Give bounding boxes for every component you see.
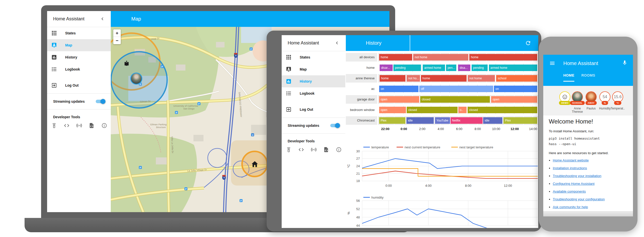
svg-text:P: P bbox=[250, 48, 252, 50]
tablet-sidebar: Home Assistant States Map History Logboo… bbox=[282, 35, 345, 228]
tablet-screen: History all devices homenot homehome hom… bbox=[282, 35, 538, 228]
sidebar-item-states[interactable]: States bbox=[47, 27, 111, 39]
timeline-segment[interactable]: pending bbox=[393, 65, 421, 71]
remote-icon[interactable] bbox=[51, 123, 57, 129]
humidity-chart: 56524844%humidity bbox=[346, 195, 538, 228]
chevron-left-icon[interactable] bbox=[100, 16, 105, 22]
developer-tools-row bbox=[47, 121, 111, 129]
timeline-segment[interactable]: closed bbox=[468, 107, 538, 113]
timeline-segment[interactable]: open bbox=[379, 96, 420, 103]
resource-link[interactable]: Installation instructions bbox=[553, 166, 587, 170]
entity-label: bedroom window bbox=[346, 106, 378, 114]
timeline-segment[interactable]: idle bbox=[483, 117, 503, 124]
streaming-toggle[interactable] bbox=[330, 124, 339, 127]
microphone-icon[interactable] bbox=[622, 60, 627, 66]
resource-link[interactable]: Available components bbox=[553, 190, 586, 193]
logout-icon bbox=[51, 82, 57, 88]
timeline-segment[interactable]: home bbox=[469, 54, 538, 61]
svg-text:humidity: humidity bbox=[371, 196, 384, 199]
badge-value: 54 bbox=[603, 95, 607, 99]
file-code-icon[interactable] bbox=[323, 147, 329, 153]
chevron-left-icon[interactable] bbox=[334, 40, 340, 46]
timeline-segment[interactable]: Plex bbox=[503, 117, 538, 124]
timeline-segment[interactable]: armed home bbox=[423, 65, 446, 71]
zoom-in-button[interactable]: + bbox=[113, 29, 121, 37]
time-tick: 14:00 bbox=[529, 127, 537, 131]
timeline-segment[interactable]: open bbox=[379, 107, 406, 113]
code-tags-icon[interactable] bbox=[64, 123, 70, 129]
install-instruction: To install Home Assistant, run: bbox=[549, 129, 633, 133]
tab-home[interactable]: HOME bbox=[563, 73, 574, 82]
timeline-segment[interactable]: disar... bbox=[380, 65, 393, 71]
install-code: pip3 install homeassistanthass --open-ui bbox=[549, 136, 633, 147]
info-icon[interactable] bbox=[101, 123, 107, 129]
timeline-segment[interactable]: Netflix bbox=[451, 117, 483, 124]
timeline-segment[interactable]: home bbox=[380, 75, 406, 82]
sidebar-item-logbook[interactable]: Logbook bbox=[282, 87, 345, 99]
timeline-segment[interactable]: pending bbox=[472, 65, 488, 71]
tab-rooms[interactable]: ROOMS bbox=[581, 73, 595, 82]
timeline-segment[interactable]: on bbox=[494, 86, 538, 92]
phone-app-header: Home Assistant HOMEROOMS bbox=[543, 55, 633, 86]
info-icon[interactable] bbox=[336, 147, 342, 153]
welcome-title: Welcome Home! bbox=[549, 118, 633, 125]
sidebar-item-states[interactable]: States bbox=[282, 51, 345, 63]
svg-text:temperature: temperature bbox=[371, 145, 389, 149]
resource-link[interactable]: Troubleshooting your configuration bbox=[553, 197, 605, 201]
code-tags-icon[interactable] bbox=[298, 147, 304, 153]
resource-link[interactable]: Troubleshooting your installation bbox=[553, 174, 601, 178]
streaming-updates-row: Streaming updates bbox=[47, 96, 111, 107]
access-point-icon[interactable] bbox=[311, 147, 317, 153]
refresh-icon[interactable] bbox=[525, 40, 531, 46]
resource-link-item: Configuring Home Assistant bbox=[553, 182, 633, 186]
svg-text:21: 21 bbox=[356, 172, 360, 175]
history-row: garage door openclosedopen bbox=[346, 94, 538, 105]
svg-text:P: P bbox=[240, 200, 242, 202]
avatar bbox=[586, 92, 596, 102]
access-point-icon[interactable] bbox=[76, 123, 82, 129]
timeline-segment[interactable]: school bbox=[496, 75, 538, 82]
timeline-segment[interactable]: o.. bbox=[458, 107, 467, 113]
apps-icon bbox=[51, 30, 57, 36]
zoom-out-button[interactable]: − bbox=[113, 37, 121, 44]
sidebar-item-log-out[interactable]: Log Out bbox=[47, 79, 111, 91]
time-tick: 0:00 bbox=[400, 127, 407, 131]
timeline-segment[interactable]: not ho... bbox=[407, 75, 420, 82]
resource-link[interactable]: Configuring Home Assistant bbox=[553, 182, 595, 186]
timeline-segment[interactable]: off bbox=[419, 86, 494, 92]
person-marker-avatar[interactable] bbox=[130, 73, 142, 85]
streaming-toggle[interactable] bbox=[96, 100, 105, 103]
timeline-segment[interactable]: closed bbox=[420, 96, 490, 103]
sidebar-item-map[interactable]: Map bbox=[282, 63, 345, 75]
timeline-segment[interactable]: not home bbox=[413, 54, 469, 61]
timeline-segment[interactable]: home bbox=[379, 54, 413, 61]
menu-icon[interactable] bbox=[549, 60, 555, 66]
history-row: Chromecast PlexidleYouTubeNetflixidlePle… bbox=[346, 115, 538, 126]
timeline-segment[interactable]: open bbox=[491, 96, 538, 103]
file-code-icon[interactable] bbox=[89, 123, 95, 129]
sidebar-item-map[interactable]: Map bbox=[47, 39, 111, 51]
timeline-segment[interactable]: on bbox=[379, 86, 419, 92]
svg-text:%: % bbox=[347, 211, 351, 214]
sidebar-item-history[interactable]: History bbox=[282, 75, 345, 87]
sidebar-item-logbook[interactable]: Logbook bbox=[47, 63, 111, 75]
developer-tools-label: Developer Tools bbox=[47, 111, 111, 121]
resource-link[interactable]: Home Assistant website bbox=[553, 158, 589, 162]
timeline-segment[interactable]: home bbox=[421, 75, 467, 82]
timeline-segment[interactable]: armed home bbox=[489, 65, 538, 71]
sidebar-item-history[interactable]: History bbox=[47, 51, 111, 63]
app-title: Home Assistant bbox=[563, 55, 598, 72]
timeline-segment[interactable]: disa... bbox=[458, 65, 471, 71]
timeline-segment[interactable]: Plex bbox=[379, 117, 406, 124]
time-tick: 6:00 bbox=[456, 127, 462, 131]
timeline-segment[interactable]: pen... bbox=[446, 65, 457, 71]
remote-icon[interactable] bbox=[286, 147, 292, 153]
history-panel: all devices homenot homehome home disar.… bbox=[346, 51, 538, 228]
resource-link[interactable]: Ask community for help bbox=[553, 205, 588, 209]
timeline-segment[interactable]: YouTube bbox=[435, 117, 451, 124]
timeline-segment[interactable]: idle bbox=[406, 117, 434, 124]
timeline-segment[interactable]: closed bbox=[407, 107, 458, 113]
state-badge[interactable]: 15.6 °C Temperat.. bbox=[609, 91, 626, 110]
sidebar-item-log-out[interactable]: Log Out bbox=[282, 103, 345, 115]
timeline-segment[interactable]: not home bbox=[468, 75, 495, 82]
